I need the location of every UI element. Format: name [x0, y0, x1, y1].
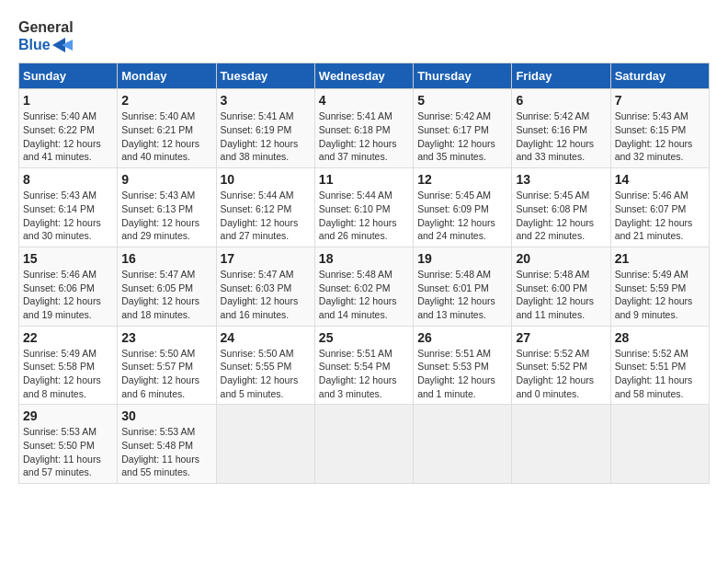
- day-number: 9: [121, 172, 211, 187]
- day-info: Sunrise: 5:42 AM Sunset: 6:16 PM Dayligh…: [516, 109, 606, 164]
- weekday-header-wednesday: Wednesday: [314, 63, 413, 89]
- calendar-cell: 17Sunrise: 5:47 AM Sunset: 6:03 PM Dayli…: [216, 247, 314, 326]
- calendar-cell: 27Sunrise: 5:52 AM Sunset: 5:52 PM Dayli…: [512, 326, 610, 405]
- day-info: Sunrise: 5:53 AM Sunset: 5:48 PM Dayligh…: [121, 425, 211, 479]
- day-info: Sunrise: 5:52 AM Sunset: 5:52 PM Dayligh…: [516, 347, 606, 401]
- calendar-cell: [314, 405, 413, 484]
- day-number: 22: [23, 330, 113, 345]
- calendar-cell: 24Sunrise: 5:50 AM Sunset: 5:55 PM Dayli…: [216, 326, 314, 405]
- calendar-cell: 11Sunrise: 5:44 AM Sunset: 6:10 PM Dayli…: [314, 168, 413, 247]
- day-number: 12: [417, 172, 507, 187]
- day-info: Sunrise: 5:47 AM Sunset: 6:03 PM Dayligh…: [221, 268, 311, 322]
- calendar-cell: 20Sunrise: 5:48 AM Sunset: 6:00 PM Dayli…: [512, 247, 610, 326]
- day-number: 25: [319, 330, 409, 345]
- calendar-cell: 28Sunrise: 5:52 AM Sunset: 5:51 PM Dayli…: [610, 326, 709, 405]
- page-header: General Blue: [18, 18, 710, 53]
- day-info: Sunrise: 5:49 AM Sunset: 5:59 PM Dayligh…: [615, 268, 705, 322]
- calendar-cell: 16Sunrise: 5:47 AM Sunset: 6:05 PM Dayli…: [118, 247, 216, 326]
- day-info: Sunrise: 5:49 AM Sunset: 5:58 PM Dayligh…: [23, 347, 113, 401]
- weekday-header-sunday: Sunday: [19, 63, 118, 89]
- day-info: Sunrise: 5:51 AM Sunset: 5:53 PM Dayligh…: [417, 347, 507, 401]
- day-number: 4: [319, 93, 409, 108]
- day-info: Sunrise: 5:51 AM Sunset: 5:54 PM Dayligh…: [319, 347, 409, 401]
- calendar-cell: 15Sunrise: 5:46 AM Sunset: 6:06 PM Dayli…: [19, 247, 118, 326]
- day-number: 27: [516, 330, 606, 345]
- calendar-cell: 3Sunrise: 5:41 AM Sunset: 6:19 PM Daylig…: [216, 89, 314, 168]
- calendar-cell: 9Sunrise: 5:43 AM Sunset: 6:13 PM Daylig…: [118, 168, 216, 247]
- day-number: 29: [23, 408, 113, 423]
- day-number: 30: [121, 408, 211, 423]
- day-number: 5: [417, 93, 507, 108]
- day-info: Sunrise: 5:48 AM Sunset: 6:00 PM Dayligh…: [516, 268, 606, 322]
- day-info: Sunrise: 5:46 AM Sunset: 6:07 PM Dayligh…: [615, 189, 705, 243]
- day-number: 2: [121, 93, 211, 108]
- day-info: Sunrise: 5:53 AM Sunset: 5:50 PM Dayligh…: [23, 425, 113, 479]
- day-info: Sunrise: 5:40 AM Sunset: 6:22 PM Dayligh…: [23, 109, 113, 164]
- day-number: 1: [23, 93, 113, 108]
- calendar-cell: 5Sunrise: 5:42 AM Sunset: 6:17 PM Daylig…: [414, 89, 512, 168]
- calendar-cell: [216, 405, 314, 484]
- day-info: Sunrise: 5:50 AM Sunset: 5:57 PM Dayligh…: [121, 347, 211, 401]
- day-info: Sunrise: 5:42 AM Sunset: 6:17 PM Dayligh…: [417, 109, 507, 164]
- calendar-cell: 23Sunrise: 5:50 AM Sunset: 5:57 PM Dayli…: [118, 326, 216, 405]
- calendar-cell: [610, 405, 709, 484]
- day-number: 15: [23, 251, 113, 266]
- day-info: Sunrise: 5:40 AM Sunset: 6:21 PM Dayligh…: [121, 109, 211, 164]
- day-info: Sunrise: 5:50 AM Sunset: 5:55 PM Dayligh…: [221, 347, 311, 401]
- calendar-cell: [414, 405, 512, 484]
- day-info: Sunrise: 5:48 AM Sunset: 6:01 PM Dayligh…: [417, 268, 507, 322]
- calendar-cell: 22Sunrise: 5:49 AM Sunset: 5:58 PM Dayli…: [19, 326, 118, 405]
- calendar-table: SundayMondayTuesdayWednesdayThursdayFrid…: [18, 63, 710, 484]
- day-number: 14: [615, 172, 705, 187]
- day-number: 17: [221, 251, 311, 266]
- logo-icon: [52, 38, 73, 52]
- calendar-cell: 29Sunrise: 5:53 AM Sunset: 5:50 PM Dayli…: [19, 405, 118, 484]
- calendar-cell: 8Sunrise: 5:43 AM Sunset: 6:14 PM Daylig…: [19, 168, 118, 247]
- day-number: 13: [516, 172, 606, 187]
- day-info: Sunrise: 5:41 AM Sunset: 6:18 PM Dayligh…: [319, 109, 409, 164]
- calendar-cell: 10Sunrise: 5:44 AM Sunset: 6:12 PM Dayli…: [216, 168, 314, 247]
- calendar-cell: [512, 405, 610, 484]
- calendar-cell: 7Sunrise: 5:43 AM Sunset: 6:15 PM Daylig…: [610, 89, 709, 168]
- day-number: 18: [319, 251, 409, 266]
- calendar-cell: 6Sunrise: 5:42 AM Sunset: 6:16 PM Daylig…: [512, 89, 610, 168]
- calendar-cell: 12Sunrise: 5:45 AM Sunset: 6:09 PM Dayli…: [414, 168, 512, 247]
- weekday-header-saturday: Saturday: [610, 63, 709, 89]
- day-number: 20: [516, 251, 606, 266]
- day-info: Sunrise: 5:45 AM Sunset: 6:09 PM Dayligh…: [417, 189, 507, 243]
- day-info: Sunrise: 5:44 AM Sunset: 6:10 PM Dayligh…: [319, 189, 409, 243]
- day-info: Sunrise: 5:41 AM Sunset: 6:19 PM Dayligh…: [221, 109, 311, 164]
- day-number: 6: [516, 93, 606, 108]
- logo: General Blue: [18, 18, 74, 53]
- calendar-cell: 25Sunrise: 5:51 AM Sunset: 5:54 PM Dayli…: [314, 326, 413, 405]
- logo-text: General Blue: [18, 18, 74, 53]
- day-info: Sunrise: 5:44 AM Sunset: 6:12 PM Dayligh…: [221, 189, 311, 243]
- weekday-header-tuesday: Tuesday: [216, 63, 314, 89]
- calendar-cell: 1Sunrise: 5:40 AM Sunset: 6:22 PM Daylig…: [19, 89, 118, 168]
- weekday-header-friday: Friday: [512, 63, 610, 89]
- day-number: 28: [615, 330, 705, 345]
- day-number: 23: [121, 330, 211, 345]
- day-number: 24: [221, 330, 311, 345]
- calendar-cell: 2Sunrise: 5:40 AM Sunset: 6:21 PM Daylig…: [118, 89, 216, 168]
- day-number: 26: [417, 330, 507, 345]
- day-number: 10: [221, 172, 311, 187]
- day-info: Sunrise: 5:45 AM Sunset: 6:08 PM Dayligh…: [516, 189, 606, 243]
- day-number: 21: [615, 251, 705, 266]
- day-number: 11: [319, 172, 409, 187]
- day-number: 7: [615, 93, 705, 108]
- weekday-header-monday: Monday: [118, 63, 216, 89]
- day-number: 19: [417, 251, 507, 266]
- day-info: Sunrise: 5:48 AM Sunset: 6:02 PM Dayligh…: [319, 268, 409, 322]
- calendar-cell: 21Sunrise: 5:49 AM Sunset: 5:59 PM Dayli…: [610, 247, 709, 326]
- calendar-cell: 19Sunrise: 5:48 AM Sunset: 6:01 PM Dayli…: [414, 247, 512, 326]
- calendar-cell: 26Sunrise: 5:51 AM Sunset: 5:53 PM Dayli…: [414, 326, 512, 405]
- calendar-cell: 30Sunrise: 5:53 AM Sunset: 5:48 PM Dayli…: [118, 405, 216, 484]
- calendar-cell: 14Sunrise: 5:46 AM Sunset: 6:07 PM Dayli…: [610, 168, 709, 247]
- day-number: 3: [221, 93, 311, 108]
- calendar-cell: 18Sunrise: 5:48 AM Sunset: 6:02 PM Dayli…: [314, 247, 413, 326]
- day-info: Sunrise: 5:46 AM Sunset: 6:06 PM Dayligh…: [23, 268, 113, 322]
- day-number: 16: [121, 251, 211, 266]
- day-info: Sunrise: 5:47 AM Sunset: 6:05 PM Dayligh…: [121, 268, 211, 322]
- day-info: Sunrise: 5:43 AM Sunset: 6:13 PM Dayligh…: [121, 189, 211, 243]
